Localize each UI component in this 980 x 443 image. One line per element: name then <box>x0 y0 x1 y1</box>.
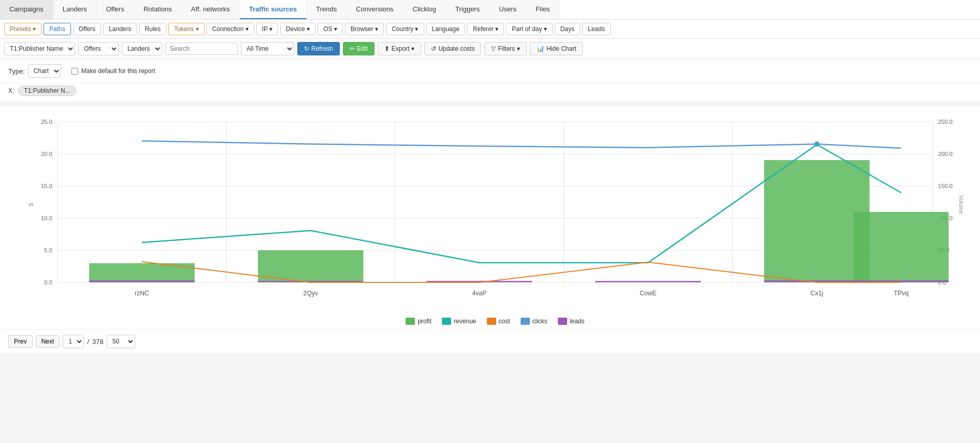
filter-tokens[interactable]: Tokens ▾ <box>168 23 204 35</box>
prev-button[interactable]: Prev <box>8 335 33 348</box>
tab-landers[interactable]: Landers <box>53 0 97 19</box>
filter-language[interactable]: Language <box>426 23 465 35</box>
svg-text:Cx1j: Cx1j <box>811 290 823 297</box>
refresh-button[interactable]: ↻ Refresh <box>297 42 340 55</box>
chart-area: 25.0 20.0 15.0 10.0 5.0 0.0 $ 250.0 200.… <box>26 117 964 313</box>
pencil-icon: ✏ <box>350 45 355 52</box>
export-button[interactable]: ⬆ Export ▾ <box>378 42 422 55</box>
filter-country[interactable]: Country ▾ <box>386 23 424 35</box>
legend-revenue: revenue <box>442 318 476 325</box>
chart-options: Type: Chart Table Make default for this … <box>0 59 980 83</box>
default-checkbox-label[interactable]: Make default for this report <box>71 67 155 75</box>
tab-clicklog[interactable]: Clicklog <box>403 0 446 19</box>
update-costs-label: Update costs <box>438 45 474 52</box>
export-label: Export <box>392 45 410 52</box>
filter-os[interactable]: OS ▾ <box>318 23 343 35</box>
refresh-icon: ↻ <box>304 45 309 52</box>
export-arrow-icon: ▾ <box>411 45 414 52</box>
tab-triggers[interactable]: Triggers <box>446 0 489 19</box>
tab-campaigns[interactable]: Campaigns <box>0 0 53 19</box>
tab-files[interactable]: Files <box>526 0 559 19</box>
svg-text:200.0: 200.0 <box>938 151 953 157</box>
group2: Offers Landers <box>78 42 119 55</box>
svg-text:150.0: 150.0 <box>938 183 953 189</box>
total-pages: 378 <box>92 338 104 346</box>
filter-paths[interactable]: Paths <box>44 23 71 35</box>
top-nav: Campaigns Landers Offers Rotations Aff. … <box>0 0 980 20</box>
tab-users[interactable]: Users <box>489 0 526 19</box>
svg-text:15.0: 15.0 <box>41 183 52 189</box>
group2-select[interactable]: Offers Landers <box>78 42 119 55</box>
svg-text:2Qyv: 2Qyv <box>303 290 318 297</box>
action-row: T1:Publisher Name Offers Landers Landers… <box>0 39 980 59</box>
legend-color-revenue <box>442 318 451 325</box>
page-select[interactable]: 1 <box>63 335 84 348</box>
svg-text:$: $ <box>28 203 34 206</box>
tab-traffic-sources[interactable]: Traffic sources <box>240 0 307 19</box>
legend-color-cost <box>487 318 496 325</box>
tab-conversions[interactable]: Conversions <box>347 0 403 19</box>
group1-select[interactable]: T1:Publisher Name <box>4 42 75 55</box>
filters-label: Filters <box>498 45 515 52</box>
legend-clicks: clicks <box>521 318 547 325</box>
legend-label-revenue: revenue <box>454 318 476 325</box>
chart-svg: 25.0 20.0 15.0 10.0 5.0 0.0 $ 250.0 200.… <box>26 117 964 313</box>
hide-chart-button[interactable]: 📊 Hide Chart <box>530 42 583 55</box>
chart-container: 25.0 20.0 15.0 10.0 5.0 0.0 $ 250.0 200.… <box>0 106 980 329</box>
type-label: Type: <box>8 67 25 75</box>
filter-presets[interactable]: Presets ▾ <box>4 23 41 35</box>
time-select[interactable]: All Time Today Yesterday Last 7 days Las… <box>241 42 294 55</box>
search-input[interactable] <box>165 42 238 55</box>
next-button[interactable]: Next <box>36 335 60 348</box>
legend-cost: cost <box>487 318 510 325</box>
legend-leads: leads <box>558 318 585 325</box>
svg-text:25.0: 25.0 <box>41 119 52 125</box>
chart-icon: 📊 <box>537 45 544 52</box>
group3: Landers <box>122 42 162 55</box>
svg-text:10.0: 10.0 <box>41 215 52 221</box>
per-page-select[interactable]: 50 25 100 <box>107 335 135 348</box>
filter-ip[interactable]: IP ▾ <box>256 23 278 35</box>
tab-offers[interactable]: Offers <box>97 0 134 19</box>
filters-arrow-icon: ▾ <box>517 45 520 52</box>
tab-rotations[interactable]: Rotations <box>134 0 182 19</box>
line-clicks <box>142 141 901 148</box>
svg-text:20.0: 20.0 <box>41 151 52 157</box>
filter-browser[interactable]: Browser ▾ <box>345 23 384 35</box>
x-value[interactable]: T1:Publisher N... <box>18 85 76 96</box>
bar-leads-rzNC <box>89 280 195 282</box>
filter-part-of-day[interactable]: Part of day ▾ <box>506 23 552 35</box>
filters-button[interactable]: ▽ Filters ▾ <box>484 42 527 55</box>
hide-chart-label: Hide Chart <box>546 45 576 52</box>
filter-icon: ▽ <box>491 45 496 52</box>
x-axis-row: X: T1:Publisher N... <box>0 83 980 101</box>
filter-offers[interactable]: Offers <box>73 23 101 35</box>
update-costs-button[interactable]: ↺ Update costs <box>424 42 481 55</box>
svg-text:CowE: CowE <box>640 290 657 297</box>
export-icon: ⬆ <box>384 45 390 52</box>
svg-text:5.0: 5.0 <box>44 247 52 253</box>
default-checkbox[interactable] <box>71 68 78 75</box>
filter-leads[interactable]: Leads <box>582 23 611 35</box>
filter-days[interactable]: Days <box>555 23 580 35</box>
pagination: Prev Next 1 / 378 50 25 100 <box>0 329 980 353</box>
svg-text:250.0: 250.0 <box>938 119 953 125</box>
filter-device[interactable]: Device ▾ <box>280 23 315 35</box>
edit-button[interactable]: ✏ Edit <box>343 42 374 55</box>
filter-referer[interactable]: Referer ▾ <box>467 23 504 35</box>
legend-profit: profit <box>406 318 431 325</box>
tab-trends[interactable]: Trends <box>307 0 347 19</box>
filter-row: Presets ▾ Paths Offers Landers Rules Tok… <box>0 20 980 39</box>
filter-rules[interactable]: Rules <box>139 23 167 35</box>
tab-aff-networks[interactable]: Aff. networks <box>182 0 240 19</box>
svg-text:0.0: 0.0 <box>44 279 52 285</box>
filter-landers[interactable]: Landers <box>103 23 137 35</box>
chart-type-select[interactable]: Chart Table <box>28 64 61 78</box>
group3-select[interactable]: Landers <box>122 42 162 55</box>
legend-label-leads: leads <box>570 318 585 325</box>
filter-connection[interactable]: Connection ▾ <box>207 23 254 35</box>
bar-leads-CowE <box>595 281 701 282</box>
svg-text:TPvq: TPvq <box>894 290 909 297</box>
legend-label-profit: profit <box>417 318 431 325</box>
group1: T1:Publisher Name <box>4 42 75 55</box>
